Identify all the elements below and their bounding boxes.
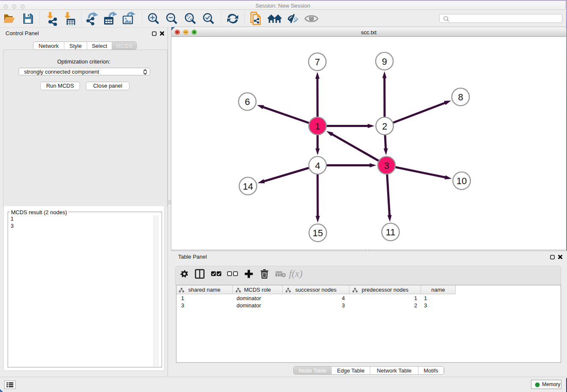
svg-text:1: 1 xyxy=(315,121,320,132)
svg-text:6: 6 xyxy=(245,97,250,107)
svg-text:15: 15 xyxy=(313,228,323,238)
svg-text:4: 4 xyxy=(315,160,320,171)
svg-text:7: 7 xyxy=(315,57,320,67)
svg-text:2: 2 xyxy=(382,121,387,132)
svg-text:14: 14 xyxy=(243,181,253,192)
svg-text:10: 10 xyxy=(457,176,467,186)
svg-text:11: 11 xyxy=(386,227,396,237)
svg-text:3: 3 xyxy=(384,160,389,171)
svg-text:9: 9 xyxy=(382,56,387,67)
svg-text:8: 8 xyxy=(458,92,463,102)
